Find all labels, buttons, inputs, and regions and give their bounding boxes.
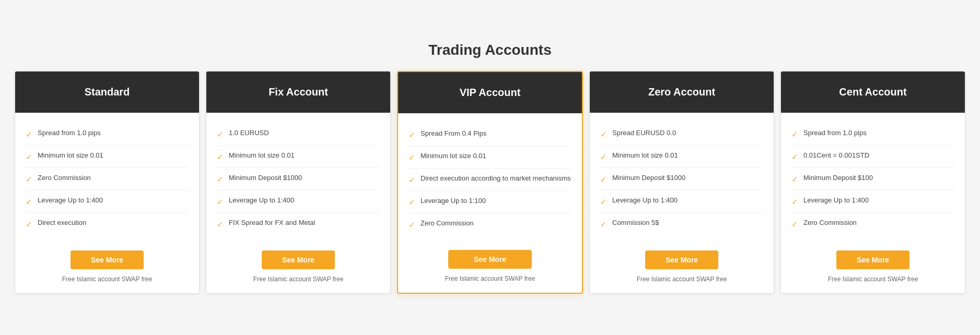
check-icon: ✓ — [791, 151, 798, 162]
see-more-button-fix-account[interactable]: See More — [262, 250, 335, 269]
list-item: ✓Leverage Up to 1:400 — [600, 190, 763, 213]
swap-free-text-cent-account: Free Islamic account SWAP free — [828, 276, 918, 283]
list-item: ✓Leverage Up to 1:100 — [409, 191, 571, 213]
check-icon: ✓ — [26, 129, 32, 140]
list-item: ✓Minimum lot size 0.01 — [217, 146, 380, 168]
list-item: ✓Spread From 0.4 Pips — [409, 124, 571, 146]
check-icon: ✓ — [217, 196, 224, 207]
feature-text: Spread From 0.4 Pips — [421, 129, 486, 138]
feature-text: Minimum Deposit $1000 — [229, 173, 302, 183]
check-icon: ✓ — [26, 219, 32, 230]
check-icon: ✓ — [26, 151, 32, 162]
card-fix-account: Fix Account✓1.0 EURUSD✓Minimum lot size … — [206, 71, 391, 294]
feature-text: Zero Commission — [421, 219, 474, 228]
list-item: ✓Minimum Deposit $100 — [791, 168, 954, 190]
feature-text: Minimum lot size 0.01 — [229, 151, 295, 160]
feature-text: Minimum Deposit $100 — [803, 173, 873, 183]
check-icon: ✓ — [791, 129, 798, 140]
feature-list-standard: ✓Spread from 1.0 pips✓Minimum lot size 0… — [26, 123, 189, 236]
list-item: ✓Spread EURUSD 0.0 — [600, 123, 763, 146]
feature-text: Leverage Up to 1:400 — [38, 196, 103, 205]
card-body-standard: ✓Spread from 1.0 pips✓Minimum lot size 0… — [15, 113, 199, 242]
feature-text: Minimum Deposit $1000 — [612, 173, 685, 183]
card-vip-account: VIP Account✓Spread From 0.4 Pips✓Minimum… — [397, 71, 583, 294]
card-header-zero-account: Zero Account — [590, 71, 774, 113]
list-item: ✓Minimum lot size 0.01 — [600, 146, 763, 168]
check-icon: ✓ — [217, 174, 224, 185]
feature-text: Zero Commission — [38, 173, 91, 183]
list-item: ✓Spread from 1.0 pips — [26, 123, 189, 146]
feature-text: Leverage Up to 1:100 — [421, 196, 486, 206]
list-item: ✓Zero Commission — [409, 213, 571, 235]
list-item: ✓Direct execution — [26, 213, 189, 235]
swap-free-text-standard: Free Islamic account SWAP free — [62, 276, 153, 283]
feature-text: FIX Spread for FX and Metal — [229, 218, 315, 228]
list-item: ✓Leverage Up to 1:400 — [26, 190, 189, 213]
card-header-cent-account: Cent Account — [781, 71, 965, 113]
list-item: ✓FIX Spread for FX and Metal — [217, 213, 380, 235]
feature-text: 0.01Cent = 0.001STD — [803, 151, 869, 160]
feature-text: Direct execution — [38, 218, 86, 228]
card-header-fix-account: Fix Account — [206, 71, 390, 113]
feature-list-fix-account: ✓1.0 EURUSD✓Minimum lot size 0.01✓Minimu… — [217, 123, 380, 236]
feature-list-vip-account: ✓Spread From 0.4 Pips✓Minimum lot size 0… — [409, 124, 571, 235]
list-item: ✓1.0 EURUSD — [217, 123, 380, 146]
feature-text: Commission 5$ — [612, 218, 659, 228]
check-icon: ✓ — [409, 197, 415, 208]
check-icon: ✓ — [409, 174, 415, 185]
feature-text: Spread EURUSD 0.0 — [612, 128, 676, 138]
list-item: ✓Minimum lot size 0.01 — [26, 146, 189, 168]
feature-text: Direct execution according to market mec… — [421, 174, 571, 183]
check-icon: ✓ — [791, 196, 798, 207]
check-icon: ✓ — [600, 196, 607, 207]
list-item: ✓Zero Commission — [26, 168, 189, 190]
check-icon: ✓ — [600, 129, 607, 140]
feature-list-zero-account: ✓Spread EURUSD 0.0✓Minimum lot size 0.01… — [600, 123, 763, 236]
card-footer-standard: See MoreFree Islamic account SWAP free — [15, 242, 199, 293]
card-footer-vip-account: See MoreFree Islamic account SWAP free — [398, 242, 582, 293]
list-item: ✓Minimum lot size 0.01 — [409, 146, 571, 169]
check-icon: ✓ — [217, 219, 224, 230]
swap-free-text-fix-account: Free Islamic account SWAP free — [253, 276, 344, 283]
list-item: ✓Leverage Up to 1:400 — [791, 190, 954, 213]
list-item: ✓Minimum Deposit $1000 — [600, 168, 763, 190]
check-icon: ✓ — [600, 219, 607, 230]
feature-text: Minimum lot size 0.01 — [38, 151, 103, 160]
card-body-fix-account: ✓1.0 EURUSD✓Minimum lot size 0.01✓Minimu… — [206, 113, 390, 242]
feature-text: 1.0 EURUSD — [229, 128, 269, 138]
feature-text: Leverage Up to 1:400 — [612, 196, 678, 205]
check-icon: ✓ — [217, 151, 224, 162]
feature-text: Spread from 1.0 pips — [38, 128, 101, 138]
check-icon: ✓ — [26, 196, 32, 207]
card-standard: Standard✓Spread from 1.0 pips✓Minimum lo… — [15, 71, 200, 294]
check-icon: ✓ — [600, 151, 607, 162]
list-item: ✓Minimum Deposit $1000 — [217, 168, 380, 190]
feature-text: Zero Commission — [803, 218, 857, 228]
card-body-cent-account: ✓Spread from 1.0 pips✓0.01Cent = 0.001ST… — [781, 113, 965, 242]
card-body-vip-account: ✓Spread From 0.4 Pips✓Minimum lot size 0… — [398, 113, 582, 242]
list-item: ✓0.01Cent = 0.001STD — [791, 146, 954, 168]
feature-text: Spread from 1.0 pips — [803, 128, 867, 138]
check-icon: ✓ — [217, 129, 224, 140]
check-icon: ✓ — [26, 174, 32, 185]
list-item: ✓Spread from 1.0 pips — [791, 123, 954, 146]
check-icon: ✓ — [600, 174, 607, 185]
card-body-zero-account: ✓Spread EURUSD 0.0✓Minimum lot size 0.01… — [590, 113, 774, 242]
list-item: ✓Direct execution according to market me… — [409, 169, 571, 191]
see-more-button-vip-account[interactable]: See More — [448, 250, 532, 269]
check-icon: ✓ — [409, 129, 415, 140]
card-header-standard: Standard — [15, 71, 199, 113]
feature-text: Leverage Up to 1:400 — [803, 196, 869, 205]
feature-text: Leverage Up to 1:400 — [229, 196, 294, 205]
see-more-button-zero-account[interactable]: See More — [645, 250, 718, 269]
card-footer-cent-account: See MoreFree Islamic account SWAP free — [781, 242, 965, 293]
card-zero-account: Zero Account✓Spread EURUSD 0.0✓Minimum l… — [589, 71, 774, 294]
card-footer-zero-account: See MoreFree Islamic account SWAP free — [590, 242, 774, 293]
check-icon: ✓ — [791, 219, 798, 230]
card-cent-account: Cent Account✓Spread from 1.0 pips✓0.01Ce… — [780, 71, 965, 294]
see-more-button-standard[interactable]: See More — [71, 250, 144, 269]
see-more-button-cent-account[interactable]: See More — [836, 250, 909, 269]
feature-text: Minimum lot size 0.01 — [612, 151, 678, 160]
list-item: ✓Zero Commission — [791, 213, 954, 235]
check-icon: ✓ — [409, 219, 415, 230]
